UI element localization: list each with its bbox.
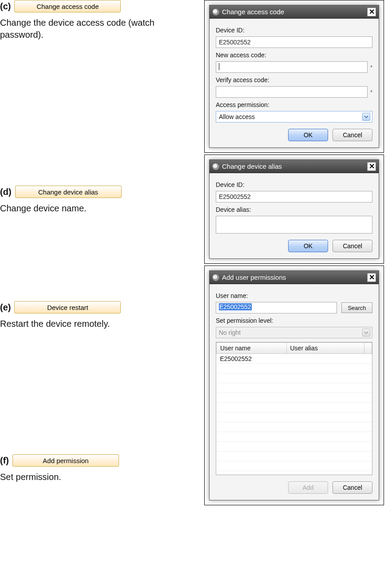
item-c-description: Change the device access code (watch pas… xyxy=(0,17,200,41)
device-id-field[interactable] xyxy=(216,191,372,202)
item-marker-f: (f) xyxy=(0,456,9,466)
app-icon xyxy=(212,163,219,170)
dialog-title: Change access code xyxy=(222,8,284,16)
chevron-down-icon xyxy=(362,329,370,337)
table-row xyxy=(217,452,372,461)
dialog-title: Add user permissions xyxy=(222,274,286,281)
table-row[interactable]: E25002552 xyxy=(217,354,372,364)
required-asterisk: * xyxy=(370,89,372,95)
change-device-alias-button[interactable]: Change device alias xyxy=(15,186,122,198)
item-marker-d: (d) xyxy=(0,187,12,197)
device-alias-field[interactable] xyxy=(216,216,372,234)
device-alias-label: Device alias: xyxy=(216,206,372,213)
access-permission-value: Allow access xyxy=(219,113,255,120)
table-row xyxy=(217,393,372,403)
titlebar: Add user permissions ✕ xyxy=(210,271,379,284)
user-name-label: User name: xyxy=(216,292,372,299)
cancel-button[interactable]: Cancel xyxy=(333,129,372,141)
item-f-description: Set permission. xyxy=(0,471,200,483)
device-id-field[interactable] xyxy=(216,36,372,48)
new-access-code-field[interactable] xyxy=(216,61,368,73)
close-icon[interactable]: ✕ xyxy=(367,8,376,16)
dialog-change-access-code: Change access code ✕ Device ID: New acce… xyxy=(204,0,384,153)
item-marker-e: (e) xyxy=(0,302,11,313)
dialog-change-device-alias: Change device alias ✕ Device ID: Device … xyxy=(204,155,384,264)
table-row xyxy=(217,373,372,383)
item-marker-c: (c) xyxy=(0,1,11,12)
ok-button[interactable]: OK xyxy=(288,240,328,252)
permission-level-select[interactable]: No right xyxy=(216,327,372,338)
table-row xyxy=(217,422,372,432)
item-d-description: Change device name. xyxy=(0,202,200,214)
new-access-code-label: New access code: xyxy=(216,52,372,59)
table-row xyxy=(217,412,372,422)
app-icon xyxy=(212,8,219,16)
table-row xyxy=(217,442,372,452)
permission-level-value: No right xyxy=(219,329,241,336)
titlebar: Change access code ✕ xyxy=(210,5,379,19)
cell-user-name: E25002552 xyxy=(217,354,287,364)
device-id-label: Device ID: xyxy=(216,181,372,188)
table-header-row: User name User alias xyxy=(217,343,372,354)
titlebar: Change device alias ✕ xyxy=(210,160,379,173)
access-permission-label: Access permission: xyxy=(216,101,372,108)
device-restart-button[interactable]: Device restart xyxy=(14,301,121,313)
ok-button[interactable]: OK xyxy=(288,129,328,141)
table-row xyxy=(217,383,372,393)
close-icon[interactable]: ✕ xyxy=(367,162,376,171)
col-user-alias[interactable]: User alias xyxy=(286,343,364,354)
verify-access-code-label: Verify access code: xyxy=(216,76,372,83)
verify-access-code-field[interactable] xyxy=(216,86,368,98)
dialog-title: Change device alias xyxy=(222,163,282,170)
cancel-button[interactable]: Cancel xyxy=(333,240,372,252)
cancel-button[interactable]: Cancel xyxy=(333,481,372,494)
table-row xyxy=(217,364,372,373)
access-permission-select[interactable]: Allow access xyxy=(216,111,372,123)
user-name-field[interactable]: E25002552 xyxy=(216,302,337,313)
permission-level-label: Set permission level: xyxy=(216,317,372,324)
add-button: Add xyxy=(288,481,328,494)
dialog-add-user-permissions: Add user permissions ✕ User name: E25002… xyxy=(204,266,384,505)
permissions-table: User name User alias E25002552 xyxy=(216,342,372,475)
cell-user-alias xyxy=(286,354,364,364)
col-spacer xyxy=(364,343,372,354)
device-id-label: Device ID: xyxy=(216,27,372,34)
col-user-name[interactable]: User name xyxy=(217,343,287,354)
table-row xyxy=(217,461,372,471)
change-access-code-button[interactable]: Change access code xyxy=(14,0,121,12)
app-icon xyxy=(212,274,219,281)
required-asterisk: * xyxy=(370,64,372,71)
table-row xyxy=(217,432,372,442)
item-e-description: Restart the device remotely. xyxy=(0,318,200,330)
close-icon[interactable]: ✕ xyxy=(367,273,376,282)
chevron-down-icon xyxy=(362,113,370,121)
add-permission-button[interactable]: Add permission xyxy=(12,454,119,467)
search-button[interactable]: Search xyxy=(341,302,372,313)
table-row xyxy=(217,403,372,412)
user-name-value: E25002552 xyxy=(219,303,252,310)
